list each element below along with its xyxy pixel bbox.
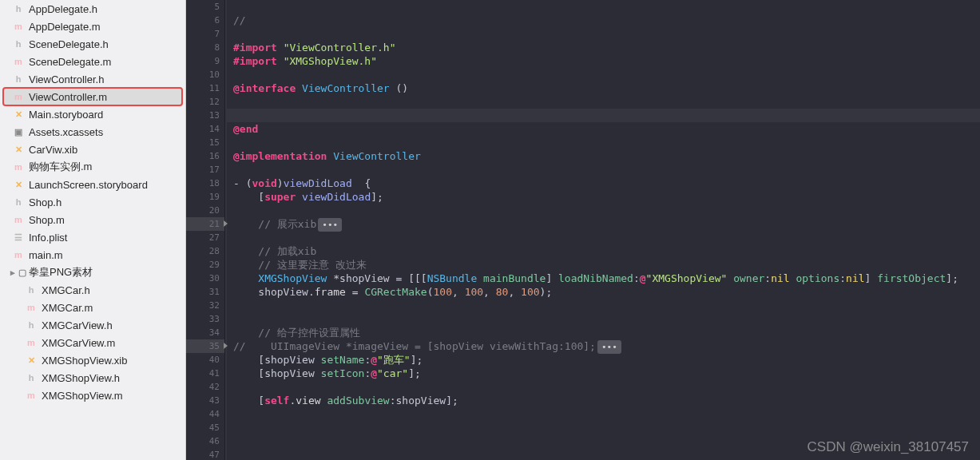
code-token	[233, 327, 258, 339]
file-item-10[interactable]: ✕LaunchScreen.storyboard	[0, 176, 185, 193]
code-line[interactable]: [self.view addSubview:shopView];	[227, 394, 980, 407]
code-line[interactable]: XMGShopView *shopView = [[[NSBundle main…	[227, 272, 980, 285]
code-line[interactable]: // 给子控件设置属性	[227, 326, 980, 339]
code-token: XMGShopView	[258, 272, 327, 284]
file-item-11[interactable]: hShop.h	[0, 193, 185, 211]
code-token: @end	[233, 123, 258, 135]
code-line[interactable]	[227, 434, 980, 448]
code-token: 100	[521, 286, 539, 298]
file-icon: h	[26, 284, 37, 295]
code-line[interactable]	[227, 380, 980, 394]
file-item-16[interactable]: hXMGCar.h	[0, 281, 185, 299]
code-line[interactable]	[227, 312, 980, 326]
fold-badge-icon[interactable]: •••	[318, 218, 342, 232]
file-label: AppDelegate.h	[29, 3, 97, 15]
file-icon: ▣	[13, 126, 24, 137]
code-token: :	[764, 272, 771, 284]
file-item-14[interactable]: mmain.m	[0, 246, 185, 264]
file-item-5[interactable]: mViewController.m	[3, 88, 182, 105]
file-label: XMGShopView.m	[42, 390, 123, 402]
file-item-7[interactable]: ▣Assets.xcassets	[0, 123, 185, 141]
file-item-19[interactable]: mXMGCarView.m	[0, 334, 185, 351]
code-line[interactable]	[227, 27, 980, 41]
code-token: :	[633, 272, 640, 284]
code-line[interactable]: @end	[227, 122, 980, 136]
code-line[interactable]	[227, 231, 980, 244]
code-line[interactable]	[227, 68, 980, 81]
file-item-20[interactable]: ✕XMGShopView.xib	[0, 351, 185, 369]
code-line[interactable]: //	[227, 14, 980, 27]
code-token: setIcon	[321, 367, 365, 379]
code-line[interactable]	[227, 407, 980, 421]
code-area[interactable]: //#import "ViewController.h"#import "XMG…	[227, 0, 980, 460]
file-item-1[interactable]: mAppDelegate.m	[0, 18, 185, 35]
file-item-12[interactable]: mShop.m	[0, 211, 185, 228]
code-line[interactable]: // 加载xib	[227, 244, 980, 258]
file-item-0[interactable]: hAppDelegate.h	[0, 0, 185, 18]
file-item-3[interactable]: mSceneDelegate.m	[0, 53, 185, 70]
code-line[interactable]	[227, 299, 980, 312]
file-item-21[interactable]: hXMGShopView.h	[0, 369, 185, 387]
file-item-15[interactable]: ▸ ▢拳皇PNG素材	[0, 264, 185, 281]
code-token: ,	[508, 286, 521, 298]
code-line[interactable]	[227, 448, 980, 460]
code-token: loadNibNamed	[558, 272, 633, 284]
code-line[interactable]: // 这里要注意 改过来	[227, 258, 980, 272]
file-label: SceneDelegate.h	[29, 38, 109, 50]
code-line[interactable]	[227, 421, 980, 434]
code-line[interactable]: // UIImageView *imageView = [shopView vi…	[227, 339, 980, 353]
code-token: @	[371, 354, 377, 366]
code-line[interactable]: #import "XMGShopView.h"	[227, 54, 980, 68]
code-token	[352, 177, 365, 189]
code-token: // 展示xib	[258, 218, 316, 230]
line-number: 29	[186, 258, 224, 272]
file-item-6[interactable]: ✕Main.storyboard	[0, 105, 185, 123]
code-token	[390, 82, 396, 94]
code-line[interactable]	[227, 95, 980, 109]
code-line[interactable]	[227, 109, 980, 122]
file-label: Info.plist	[29, 232, 67, 244]
code-line[interactable]: @interface ViewController ()	[227, 81, 980, 95]
code-token: 80	[496, 286, 509, 298]
file-label: XMGShopView.h	[42, 372, 120, 384]
file-item-17[interactable]: mXMGCar.m	[0, 299, 185, 316]
code-token: self	[264, 395, 289, 406]
code-line[interactable]	[227, 204, 980, 217]
code-line[interactable]	[227, 163, 980, 176]
fold-badge-icon[interactable]: •••	[597, 340, 621, 354]
file-item-18[interactable]: hXMGCarView.h	[0, 316, 185, 334]
line-number: 5	[186, 0, 224, 14]
code-line[interactable]: [super viewDidLoad];	[227, 190, 980, 204]
line-number: 20	[186, 204, 224, 217]
file-item-22[interactable]: mXMGShopView.m	[0, 387, 185, 404]
file-icon: ✕	[13, 144, 24, 155]
file-item-2[interactable]: hSceneDelegate.h	[0, 35, 185, 53]
code-line[interactable]	[227, 136, 980, 149]
code-line[interactable]: [shopView setIcon:@"car"];	[227, 367, 980, 380]
line-number: 8	[186, 41, 224, 54]
code-line[interactable]	[227, 0, 980, 14]
code-token: ViewController	[333, 150, 421, 162]
file-label: CarViw.xib	[29, 144, 77, 156]
file-icon: m	[26, 302, 37, 313]
code-token: viewDidLoad	[302, 191, 371, 203]
file-item-13[interactable]: ☰Info.plist	[0, 228, 185, 246]
code-token	[233, 191, 258, 203]
file-item-8[interactable]: ✕CarViw.xib	[0, 141, 185, 158]
line-number: 21	[186, 217, 224, 231]
code-line[interactable]: - (void)viewDidLoad {	[227, 176, 980, 190]
code-line[interactable]: #import "ViewController.h"	[227, 41, 980, 54]
code-line[interactable]: shopView.frame = CGRectMake(100, 100, 80…	[227, 285, 980, 299]
line-number: 41	[186, 367, 224, 380]
code-line[interactable]: // 展示xib•••	[227, 217, 980, 231]
file-navigator[interactable]: hAppDelegate.hmAppDelegate.mhSceneDelega…	[0, 0, 186, 460]
code-editor[interactable]: 5678910111213141516171819202127282930313…	[186, 0, 980, 460]
file-item-9[interactable]: m购物车实例.m	[0, 158, 185, 176]
code-token: [shopView	[233, 367, 321, 379]
code-line[interactable]: @implementation ViewController	[227, 149, 980, 163]
file-item-4[interactable]: hViewController.h	[0, 70, 185, 88]
code-line[interactable]: [shopView setName:@"跑车"];	[227, 353, 980, 367]
file-icon: ▸ ▢	[13, 267, 24, 278]
line-number: 40	[186, 353, 224, 367]
file-icon: m	[13, 91, 24, 102]
